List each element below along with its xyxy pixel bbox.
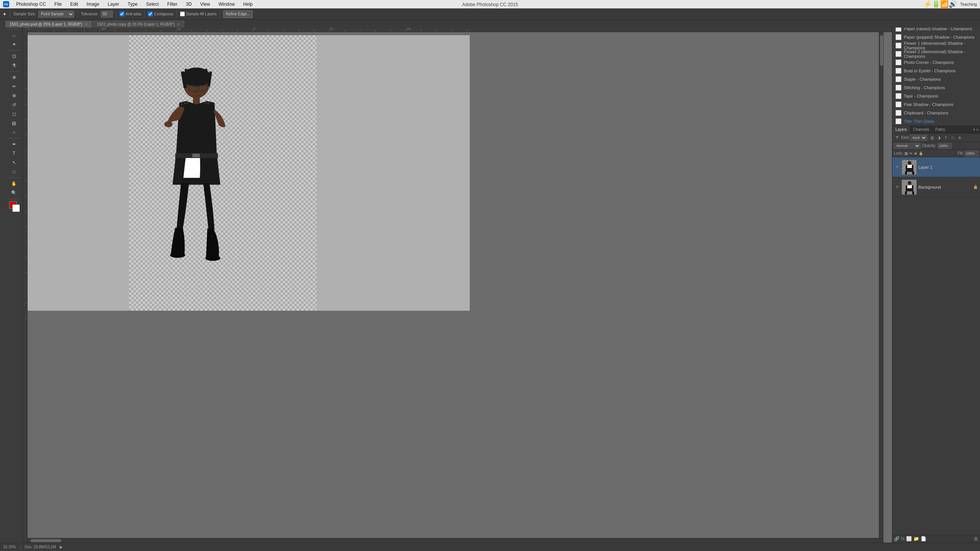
svg-rect-40 — [905, 191, 907, 195]
svg-point-11 — [195, 91, 198, 93]
layers-tab-channels[interactable]: Channels — [910, 126, 932, 133]
layers-tab-layers[interactable]: Layers — [892, 126, 910, 133]
style-item-5[interactable]: Photo Corner - Champions — [892, 58, 980, 67]
tool-eraser[interactable]: ◻ — [10, 110, 18, 118]
tab-2-close[interactable]: ✕ — [177, 22, 180, 26]
tool-dodge[interactable]: ○ — [10, 128, 18, 137]
refine-edge-button[interactable]: Refine Edge... — [223, 10, 253, 18]
sample-size-select[interactable]: Point Sample 3 by 3 Average 5 by 5 Avera… — [38, 11, 74, 18]
menu-file[interactable]: File — [53, 1, 63, 8]
vertical-scrollbar[interactable] — [879, 28, 884, 538]
layers-menu-icon[interactable]: ≡ — [976, 127, 978, 132]
style-label-9: Tape - Champions — [904, 94, 938, 98]
menu-3d[interactable]: 3D — [185, 1, 193, 8]
style-item-6[interactable]: Brad or Eyelet - Champions — [892, 67, 980, 75]
foreground-background-colors[interactable] — [9, 201, 19, 211]
background-visibility-eye[interactable]: 👁 — [895, 184, 900, 190]
style-item-8[interactable]: Stitching - Champions — [892, 83, 980, 92]
fill-input[interactable] — [965, 150, 978, 156]
layers-tab-paths[interactable]: Paths — [932, 126, 948, 133]
style-item-4[interactable]: Flower 2 (diemnsional) Shadow - Champion… — [892, 50, 980, 58]
scroll-thumb-v[interactable] — [880, 35, 883, 66]
tool-lasso[interactable]: ⌓ — [10, 31, 18, 39]
delete-layer-icon[interactable]: 🗑 — [974, 536, 978, 541]
background-lock-icon: 🔒 — [973, 185, 978, 189]
menu-layer[interactable]: Layer — [106, 1, 121, 8]
new-layer-icon[interactable]: 📄 — [921, 536, 926, 541]
status-arrow[interactable]: ▶ — [60, 545, 63, 549]
tool-brush[interactable]: ✏ — [10, 82, 18, 91]
tool-magic-wand[interactable]: ✦ — [10, 40, 18, 49]
tool-stamp[interactable]: ⊗ — [10, 91, 18, 100]
toolbar-sep4 — [144, 11, 145, 18]
menu-window[interactable]: Window — [217, 1, 237, 8]
layer-row-1[interactable]: 👁 — [892, 157, 980, 177]
filter-shape-icon[interactable]: □ — [950, 135, 956, 141]
add-style-icon[interactable]: fx — [901, 536, 905, 541]
style-preview-3 — [895, 42, 902, 49]
style-item-2[interactable]: Paper (popped) Shadow - Champions — [892, 33, 980, 41]
menu-view[interactable]: View — [199, 1, 212, 8]
toolbar-sep6 — [220, 11, 220, 18]
tab-1-close[interactable]: ✕ — [85, 22, 88, 26]
layer-1-visibility-eye[interactable]: 👁 — [895, 165, 900, 170]
contiguous-checkbox[interactable] — [148, 11, 153, 16]
opacity-input[interactable] — [938, 143, 952, 149]
tool-type[interactable]: T — [10, 149, 18, 158]
style-item-9[interactable]: Tape - Champions — [892, 92, 980, 100]
layers-lock-row: Lock: ▨ ✏ ⊕ 🔒 Fill: — [892, 150, 980, 157]
filter-kind-icon: ⧩ — [894, 135, 900, 141]
menu-photoshop[interactable]: Photoshop CC — [15, 1, 47, 8]
tool-zoom[interactable]: 🔍 — [10, 189, 18, 197]
menu-image[interactable]: Image — [85, 1, 101, 8]
tab-2[interactable]: 1503_photo copy @ 33.3% (Layer 1, RGB/8*… — [93, 21, 184, 28]
scroll-thumb-h[interactable] — [31, 539, 61, 542]
kind-select[interactable]: Kind — [910, 135, 927, 141]
sample-all-checkbox[interactable] — [180, 11, 185, 16]
layer-row-background[interactable]: 👁 Background 🔒 — [892, 177, 980, 197]
tool-history-brush[interactable]: ↺ — [10, 101, 18, 109]
tolerance-input[interactable] — [101, 11, 113, 18]
style-preview-6 — [895, 68, 902, 74]
tool-crop[interactable]: ⊡ — [10, 52, 18, 60]
new-group-icon[interactable]: 📁 — [913, 536, 919, 541]
layers-toolbar: ⧩ Kind Kind ▨ ◑ T □ ⊕ — [892, 134, 980, 142]
filter-type-icon[interactable]: T — [943, 135, 949, 141]
tool-shape[interactable]: □ — [10, 168, 18, 176]
style-item-12[interactable]: Title: Thin Glass — [892, 117, 980, 126]
menu-select[interactable]: Select — [144, 1, 160, 8]
background-color[interactable] — [12, 204, 20, 212]
tool-pen[interactable]: ✒ — [10, 140, 18, 148]
tool-gradient[interactable]: ▤ — [10, 119, 18, 127]
lock-position-icon[interactable]: ⊕ — [914, 152, 917, 155]
tool-path-selection[interactable]: ↖ — [10, 158, 18, 167]
style-item-3[interactable]: Flower 1 (dimensional) Shadow - Champion… — [892, 41, 980, 50]
background-thumbnail — [902, 179, 917, 195]
style-item-11[interactable]: Chipboard - Champions — [892, 109, 980, 117]
style-item-10[interactable]: Flair Shadow - Champions — [892, 100, 980, 109]
tab-1[interactable]: 1503_photo.psd @ 25% (Layer 1, RGB/8*) ✕ — [5, 21, 92, 28]
photoshop-canvas[interactable] — [129, 35, 317, 311]
layers-collapse-icon[interactable]: ▾ — [973, 127, 975, 132]
tool-eyedropper[interactable]: ⚗ — [10, 61, 18, 70]
menu-filter[interactable]: Filter — [166, 1, 179, 8]
style-label-11: Chipboard - Champions — [904, 111, 948, 115]
tool-hand[interactable]: ✋ — [10, 179, 18, 188]
blend-mode-select[interactable]: Normal Multiply Screen — [894, 143, 921, 149]
style-item-7[interactable]: Staple - Champions — [892, 75, 980, 83]
lock-transparent-icon[interactable]: ▨ — [905, 152, 908, 155]
filter-adjust-icon[interactable]: ◑ — [936, 135, 942, 141]
menu-help[interactable]: Help — [242, 1, 254, 8]
horizontal-scrollbar[interactable] — [23, 538, 884, 543]
filter-pixel-icon[interactable]: ▨ — [929, 135, 935, 141]
add-link-icon[interactable]: 🔗 — [894, 536, 900, 541]
anti-alias-checkbox[interactable] — [119, 11, 124, 16]
lock-pixels-icon[interactable]: ✏ — [910, 152, 913, 155]
menu-type[interactable]: Type — [126, 1, 139, 8]
menu-edit[interactable]: Edit — [69, 1, 80, 8]
tool-healing[interactable]: ⊕ — [10, 73, 18, 82]
add-mask-icon[interactable]: ⬜ — [906, 536, 912, 541]
filter-smart-icon[interactable]: ⊕ — [957, 135, 963, 141]
canvas-content[interactable] — [28, 32, 892, 543]
lock-all-icon[interactable]: 🔒 — [919, 152, 923, 155]
